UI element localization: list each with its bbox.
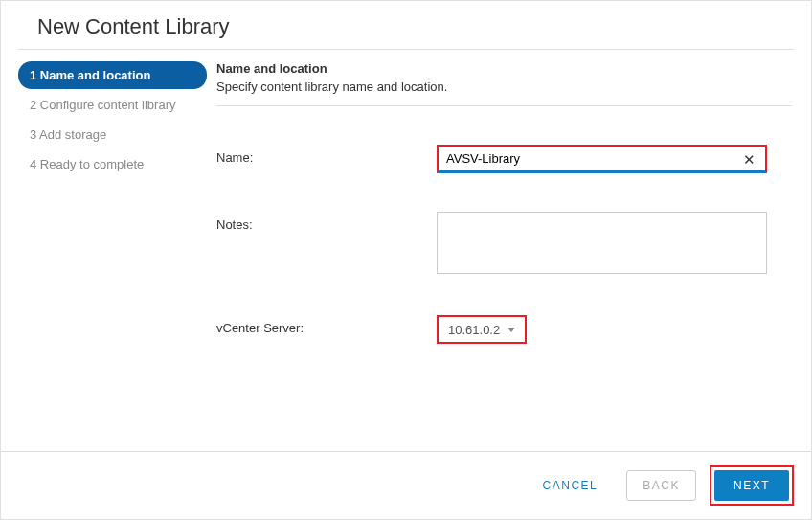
wizard-header: New Content Library xyxy=(18,1,794,50)
back-button: BACK xyxy=(626,470,696,501)
name-input[interactable] xyxy=(437,145,767,173)
form-rows: Name: ✕ Notes: vCenter Server: xyxy=(216,145,792,382)
notes-input-wrap xyxy=(437,212,792,277)
section-heading: Name and location xyxy=(216,61,792,76)
form-row-vcenter: vCenter Server: 10.61.0.2 xyxy=(216,315,792,344)
step-configure-content-library: 2 Configure content library xyxy=(18,91,207,119)
step-add-storage: 3 Add storage xyxy=(18,121,207,148)
vcenter-label: vCenter Server: xyxy=(216,315,437,335)
wizard-dialog: New Content Library 1 Name and location … xyxy=(0,0,812,520)
notes-textarea[interactable] xyxy=(437,212,767,274)
vcenter-select-wrap: 10.61.0.2 xyxy=(437,315,792,344)
vcenter-selected-value: 10.61.0.2 xyxy=(448,323,500,337)
next-button-highlight: NEXT xyxy=(710,465,794,506)
name-input-wrap: ✕ xyxy=(437,145,792,173)
form-row-name: Name: ✕ xyxy=(216,145,792,173)
name-label: Name: xyxy=(216,145,437,165)
wizard-nav: 1 Name and location 2 Configure content … xyxy=(1,50,207,451)
wizard-footer: CANCEL BACK NEXT xyxy=(1,451,811,519)
wizard-title: New Content Library xyxy=(37,14,775,39)
wizard-body: 1 Name and location 2 Configure content … xyxy=(1,50,811,451)
chevron-down-icon xyxy=(508,328,515,332)
step-name-and-location[interactable]: 1 Name and location xyxy=(18,61,207,89)
wizard-content: Name and location Specify content librar… xyxy=(207,50,811,451)
step-ready-to-complete: 4 Ready to complete xyxy=(18,150,207,178)
section-subtext: Specify content library name and locatio… xyxy=(216,79,792,106)
form-row-notes: Notes: xyxy=(216,212,792,277)
vcenter-select[interactable]: 10.61.0.2 xyxy=(437,315,527,344)
next-button[interactable]: NEXT xyxy=(714,470,789,501)
notes-label: Notes: xyxy=(216,212,437,232)
cancel-button[interactable]: CANCEL xyxy=(528,471,614,500)
clear-name-icon[interactable]: ✕ xyxy=(743,151,756,169)
